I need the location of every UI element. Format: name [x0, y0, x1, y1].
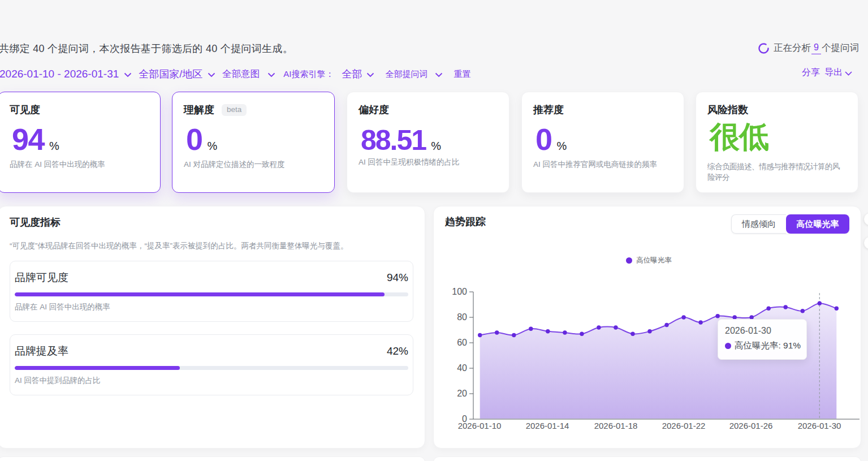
svg-text:2026-01-22: 2026-01-22	[662, 421, 706, 430]
svg-text:2026-01-30: 2026-01-30	[798, 421, 841, 430]
svg-text:2026-01-10: 2026-01-10	[458, 421, 502, 430]
svg-text:20: 20	[457, 389, 467, 398]
svg-text:60: 60	[457, 338, 467, 347]
svg-text:2026-01-18: 2026-01-18	[594, 421, 638, 430]
svg-text:2026-01-26: 2026-01-26	[729, 421, 773, 430]
svg-text:40: 40	[457, 363, 467, 373]
svg-text:2026-01-14: 2026-01-14	[526, 421, 569, 430]
svg-text:100: 100	[452, 287, 467, 296]
svg-text:80: 80	[457, 312, 467, 322]
